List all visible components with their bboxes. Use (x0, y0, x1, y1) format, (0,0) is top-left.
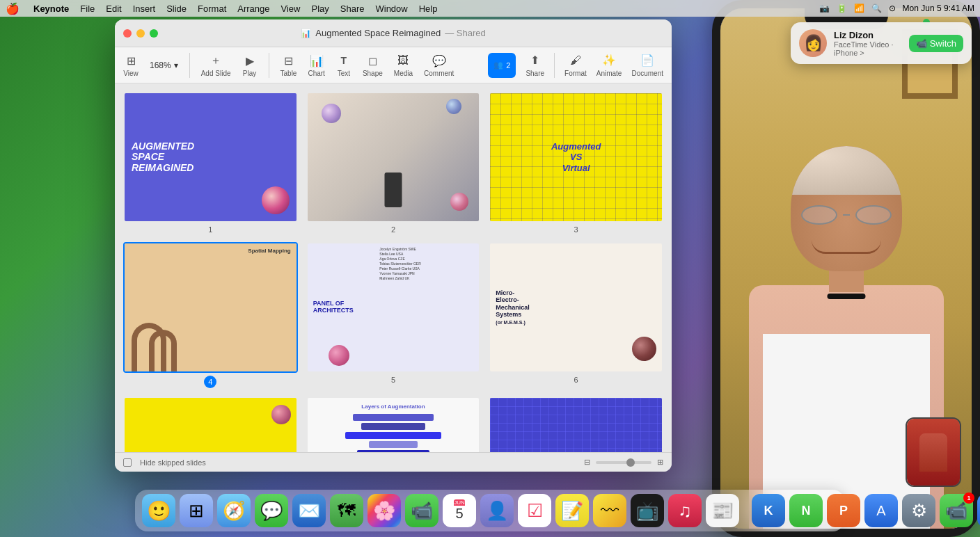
dock-icon-facetime2[interactable]: 📹 1 (940, 494, 973, 527)
messages-icon: 💬 (260, 500, 283, 522)
hide-skipped-checkbox[interactable] (123, 458, 132, 467)
toolbar-animate[interactable]: ✨ Animate (596, 53, 622, 78)
toolbar-add-slide[interactable]: ＋ Add Slide (201, 53, 231, 77)
slide-1-sphere (262, 186, 290, 214)
menu-insert[interactable]: Insert (133, 3, 156, 14)
comment-label: Comment (424, 70, 454, 77)
menu-help[interactable]: Help (419, 3, 438, 14)
dock-icon-freeform[interactable]: 〰 (593, 494, 626, 527)
slide-3-grid (490, 93, 662, 221)
dock-icon-pages[interactable]: P (827, 494, 860, 527)
toolbar-document[interactable]: 📄 Document (631, 53, 663, 78)
apple-menu[interactable]: 🍎 (6, 2, 19, 15)
facetime-self-thumbnail[interactable] (906, 417, 961, 487)
dock-icon-calendar[interactable]: JUN 5 (443, 494, 476, 527)
slides-grid: AUGMENTEDSPACEREIMAGINED 1 2 (123, 92, 663, 452)
menu-edit[interactable]: Edit (106, 3, 121, 14)
zoom-thumb (626, 458, 635, 467)
collaboration-button[interactable]: 👥 2 (488, 53, 516, 78)
dock-icon-notes[interactable]: 📝 (555, 494, 589, 527)
slide-item-5[interactable]: PANEL OFARCHITECTS Jocelyn Engström SWE … (306, 242, 481, 388)
menu-bar-wifi-icon: 📶 (854, 3, 864, 13)
slide-5-right: Jocelyn Engström SWE Stella Lee USA Aga … (376, 243, 479, 371)
menu-arrange[interactable]: Arrange (237, 3, 269, 14)
dock-icon-messages[interactable]: 💬 (255, 494, 288, 527)
hair (791, 146, 902, 195)
slide-item-6[interactable]: Micro-Electro-MechanicalSystems(or M.E.M… (489, 242, 663, 388)
dock-icon-reminders[interactable]: ☑ (518, 494, 551, 527)
dock-icon-tv[interactable]: 📺 (631, 494, 664, 527)
dock-icon-facetime[interactable]: 📹 (405, 494, 438, 527)
fullscreen-icon[interactable]: ⊞ (657, 458, 663, 467)
menu-bar-control-icon[interactable]: ⊙ (889, 3, 896, 13)
slide-item-3[interactable]: AugmentedVSVirtual 3 (489, 92, 663, 234)
dock-icon-globe[interactable]: 🌐 (977, 494, 980, 527)
toolbar-media[interactable]: 🖼 Media (394, 53, 413, 77)
menu-format[interactable]: Format (198, 3, 226, 14)
slide-item-8[interactable]: Layers of Augmentation (306, 396, 481, 452)
zoom-slider[interactable] (596, 461, 651, 464)
slide-item-4[interactable]: Spatial Mapping 4 (123, 242, 298, 388)
slide-item-2[interactable]: 2 (306, 92, 481, 234)
dock-icon-photos[interactable]: 🌸 (368, 494, 401, 527)
minimize-button[interactable] (136, 29, 145, 38)
slide-2-sphere3 (450, 193, 468, 211)
table-label: Table (280, 70, 297, 77)
toolbar-format[interactable]: 🖌 Format (564, 53, 587, 78)
facetime-info: Liz Dizon FaceTime Video · iPhone > (834, 30, 902, 57)
menu-window[interactable]: Window (375, 3, 407, 14)
facetime-subtitle: FaceTime Video · iPhone > (834, 40, 902, 57)
menu-share[interactable]: Share (340, 3, 365, 14)
window-titlebar: 📊 Augmented Space Reimagined — Shared (115, 19, 672, 47)
dock-icon-syspref[interactable]: ⚙ (902, 494, 935, 527)
dock-icon-mail[interactable]: ✉️ (292, 494, 326, 527)
notes-icon: 📝 (561, 500, 583, 522)
slide-item-9[interactable]: PHYSICAL AUGMENTED VIRTUAL (489, 396, 663, 452)
dock-icon-keynote[interactable]: K (752, 494, 785, 527)
format-label: Format (564, 70, 587, 77)
view-toggle-icon[interactable]: ⊟ (584, 458, 590, 467)
dock-icon-maps[interactable]: 🗺 (330, 494, 363, 527)
dock-icon-safari[interactable]: 🧭 (217, 494, 251, 527)
maximize-button[interactable] (150, 29, 158, 38)
menu-play[interactable]: Play (311, 3, 329, 14)
slides-container[interactable]: AUGMENTEDSPACEREIMAGINED 1 2 (115, 83, 672, 452)
dock-icon-contacts[interactable]: 👤 (480, 494, 514, 527)
numbers-icon: N (802, 504, 811, 518)
bottom-right: ⊟ ⊞ (584, 458, 663, 467)
dock-icon-news[interactable]: 📰 (706, 494, 739, 527)
text-label: Text (338, 70, 350, 77)
menu-view[interactable]: View (281, 3, 301, 14)
toolbar-shape[interactable]: ◻ Shape (363, 53, 383, 77)
slide-item-1[interactable]: AUGMENTEDSPACEREIMAGINED 1 (123, 92, 298, 234)
slide-9-content: PHYSICAL AUGMENTED VIRTUAL (490, 398, 662, 452)
toolbar-chart[interactable]: 📊 Chart (308, 53, 324, 77)
toolbar-text[interactable]: T Text (336, 53, 351, 77)
dock-icon-appstore[interactable]: A (864, 494, 898, 527)
toolbar-divider-2 (269, 53, 269, 78)
toolbar-play[interactable]: ▶ Play (242, 53, 258, 77)
slide-6-sphere (632, 337, 656, 361)
facetime-switch-button[interactable]: 📹 Switch (909, 35, 963, 52)
collab-icon: 👥 (493, 61, 503, 70)
toolbar-zoom[interactable]: 168% ▾ (150, 61, 178, 70)
menu-slide[interactable]: Slide (166, 3, 187, 14)
slide-5-sphere (329, 345, 349, 366)
toolbar-share[interactable]: ⬆ Share (525, 53, 544, 78)
dock-icon-finder[interactable]: 🙂 (142, 494, 175, 527)
reminders-icon: ☑ (527, 500, 543, 522)
slide-item-7[interactable]: AUGO (123, 396, 298, 452)
toolbar-table[interactable]: ⊟ Table (280, 53, 297, 77)
dock-icon-numbers[interactable]: N (789, 494, 823, 527)
toolbar-comment[interactable]: 💬 Comment (424, 53, 454, 77)
animate-label: Animate (596, 70, 622, 77)
close-button[interactable] (123, 29, 132, 38)
menu-bar-search-icon[interactable]: 🔍 (871, 3, 882, 13)
dock-icon-music[interactable]: ♫ (668, 494, 702, 527)
dock-icon-launchpad[interactable]: ⊞ (180, 494, 213, 527)
document-icon: 📄 (640, 53, 655, 68)
app-name[interactable]: Keynote (33, 3, 69, 14)
toolbar-view[interactable]: ⊞ View (123, 53, 139, 77)
menu-file[interactable]: File (80, 3, 95, 14)
media-label: Media (394, 70, 413, 77)
